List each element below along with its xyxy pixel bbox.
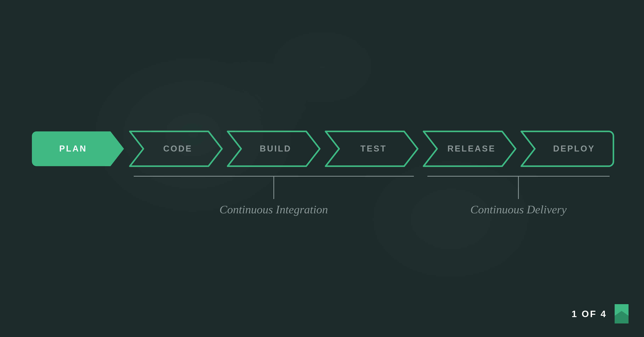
group-label: Continuous Delivery: [470, 203, 566, 216]
slide-canvas: PLANCODEBUILDTESTRELEASEDEPLOY Continuou…: [0, 0, 644, 337]
stage-label: RELEASE: [447, 144, 496, 153]
group-stem: [274, 176, 274, 199]
brand-logo-icon: [615, 304, 628, 324]
stage-label: PLAN: [59, 144, 87, 153]
stage-label: BUILD: [260, 144, 291, 153]
stage-test: TEST: [326, 132, 431, 166]
stage-deploy: DEPLOY: [521, 132, 627, 166]
stage-code: CODE: [130, 132, 236, 166]
stage-plan: PLAN: [32, 132, 138, 166]
slide-footer: 1 OF 4: [572, 304, 628, 324]
stage-label: CODE: [163, 144, 192, 153]
stage-release: RELEASE: [424, 132, 529, 166]
group-label: Continuous Integration: [220, 203, 328, 216]
pipeline-diagram: PLANCODEBUILDTESTRELEASEDEPLOY: [32, 132, 614, 166]
stage-label: TEST: [360, 144, 387, 153]
page-counter: 1 OF 4: [572, 308, 607, 319]
stage-label: DEPLOY: [553, 144, 595, 153]
group-stem: [518, 176, 519, 199]
stage-build: BUILD: [228, 132, 333, 166]
